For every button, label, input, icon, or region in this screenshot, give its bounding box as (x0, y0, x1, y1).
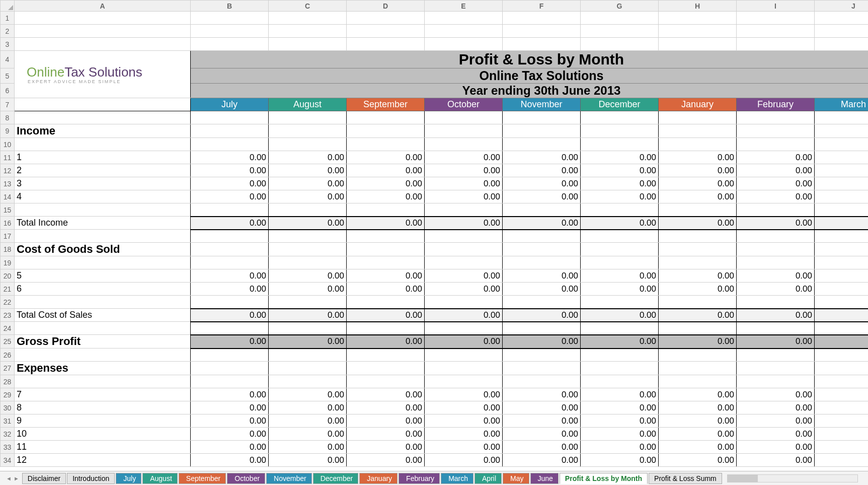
cell[interactable] (659, 243, 737, 256)
col-header[interactable]: I (737, 1, 815, 12)
gross-profit-cell[interactable]: 0.00 (581, 335, 659, 349)
cell[interactable] (269, 203, 347, 217)
cell[interactable]: 0.00 (737, 177, 815, 190)
cell[interactable]: 0.00 (347, 441, 425, 454)
cell[interactable]: 0.00 (581, 283, 659, 296)
cell[interactable]: 0.00 (191, 401, 269, 414)
cell[interactable] (581, 322, 659, 335)
cell[interactable]: 0.00 (581, 454, 659, 467)
cell[interactable] (503, 203, 581, 217)
cell[interactable]: 0.00 (737, 283, 815, 296)
cell[interactable] (425, 296, 503, 309)
expense-row-label[interactable]: 11 (15, 441, 191, 454)
cell[interactable] (425, 322, 503, 335)
cell[interactable] (737, 111, 815, 124)
cell[interactable] (659, 111, 737, 124)
cell[interactable]: 0.00 (503, 441, 581, 454)
cell[interactable] (659, 203, 737, 217)
expense-row-label[interactable]: 12 (15, 454, 191, 467)
cell[interactable] (347, 230, 425, 243)
cell[interactable] (659, 230, 737, 243)
cell[interactable]: 0.00 (581, 401, 659, 414)
cell[interactable]: 0.00 (425, 388, 503, 401)
cell[interactable] (581, 138, 659, 151)
cell[interactable]: 0.00 (269, 388, 347, 401)
row-header[interactable]: 12 (1, 164, 15, 177)
total-income-cell[interactable]: 0.00 (425, 217, 503, 230)
cell[interactable]: 0.00 (425, 454, 503, 467)
cell[interactable]: 0.00 (737, 454, 815, 467)
cell[interactable]: 0.00 (815, 190, 869, 203)
cell[interactable]: 0.00 (659, 269, 737, 283)
cell[interactable]: 0.00 (425, 151, 503, 164)
total-income-cell[interactable]: 0.00 (659, 217, 737, 230)
cell[interactable]: 0.00 (191, 454, 269, 467)
cell[interactable]: 0.00 (581, 151, 659, 164)
cell[interactable] (191, 138, 269, 151)
cell[interactable] (269, 25, 347, 38)
cell[interactable] (737, 230, 815, 243)
cell[interactable]: 0.00 (503, 454, 581, 467)
cell[interactable] (581, 296, 659, 309)
cell[interactable]: 0.00 (269, 441, 347, 454)
sheet-tab[interactable]: Profit & Loss Summ (649, 473, 722, 484)
cell[interactable]: 0.00 (269, 190, 347, 203)
cell[interactable] (581, 256, 659, 269)
cell[interactable]: 0.00 (503, 269, 581, 283)
cell[interactable] (269, 256, 347, 269)
sheet-tab[interactable]: February (399, 473, 440, 484)
cell[interactable]: 0.00 (347, 164, 425, 177)
cell[interactable] (191, 124, 269, 138)
cell[interactable] (503, 111, 581, 124)
cell[interactable]: 0.00 (425, 441, 503, 454)
cell[interactable]: 0.00 (737, 414, 815, 428)
gross-profit-cell[interactable]: 0.00 (269, 335, 347, 349)
cell[interactable]: 0.00 (581, 441, 659, 454)
cell[interactable] (503, 349, 581, 362)
cell[interactable]: 0.00 (737, 441, 815, 454)
cell[interactable] (425, 243, 503, 256)
gross-profit-cell[interactable]: 0.00 (503, 335, 581, 349)
cell[interactable] (15, 296, 191, 309)
col-header[interactable]: H (659, 1, 737, 12)
total-income-cell[interactable]: 0.00 (191, 217, 269, 230)
cell[interactable] (347, 25, 425, 38)
total-income-cell[interactable]: 0.00 (347, 217, 425, 230)
cell[interactable] (191, 12, 269, 25)
cell[interactable]: 0.00 (503, 190, 581, 203)
gross-profit-label[interactable]: Gross Profit (15, 335, 191, 349)
cell[interactable] (425, 138, 503, 151)
cell[interactable]: 0.00 (815, 151, 869, 164)
cell[interactable] (659, 124, 737, 138)
cell[interactable] (15, 322, 191, 335)
cell[interactable] (581, 124, 659, 138)
cell[interactable] (815, 203, 869, 217)
total-income-label[interactable]: Total Income (15, 217, 191, 230)
cell[interactable] (737, 375, 815, 388)
row-header[interactable]: 27 (1, 362, 15, 375)
row-header[interactable]: 22 (1, 296, 15, 309)
cell[interactable] (347, 375, 425, 388)
cell[interactable] (815, 138, 869, 151)
row-header[interactable]: 16 (1, 217, 15, 230)
cell[interactable]: 0.00 (425, 283, 503, 296)
cell[interactable]: 0.00 (581, 177, 659, 190)
cell[interactable]: 0.00 (737, 401, 815, 414)
cogs-row-label[interactable]: 6 (15, 283, 191, 296)
month-header[interactable]: January (659, 98, 737, 111)
cell[interactable]: 0.00 (347, 283, 425, 296)
gross-profit-cell[interactable]: 0.00 (347, 335, 425, 349)
cell[interactable] (581, 230, 659, 243)
cell[interactable]: 0.00 (659, 401, 737, 414)
cell[interactable] (659, 256, 737, 269)
row-header[interactable]: 11 (1, 151, 15, 164)
cell[interactable]: 0.00 (581, 164, 659, 177)
row-header[interactable]: 29 (1, 388, 15, 401)
month-header[interactable]: December (581, 98, 659, 111)
cell[interactable] (815, 349, 869, 362)
cell[interactable] (659, 349, 737, 362)
cell[interactable] (737, 25, 815, 38)
cell[interactable] (347, 138, 425, 151)
cell[interactable] (425, 124, 503, 138)
cell[interactable]: 0.00 (269, 164, 347, 177)
